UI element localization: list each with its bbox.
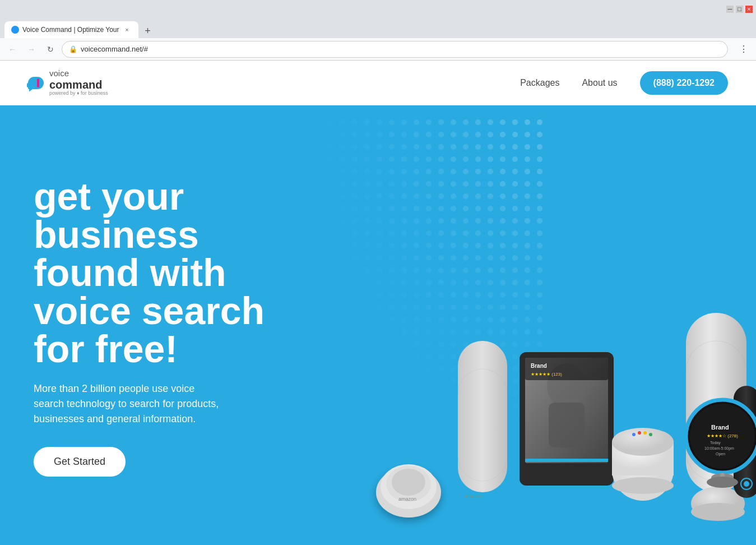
- logo-powered-text: powered by ♦ for business: [49, 91, 108, 96]
- svg-rect-15: [549, 403, 585, 447]
- maximize-btn[interactable]: □: [736, 6, 743, 13]
- svg-text:Today: Today: [710, 441, 721, 445]
- svg-text:★★★★☆ (278): ★★★★☆ (278): [707, 433, 738, 438]
- svg-text:amazon: amazon: [398, 496, 416, 502]
- forward-button[interactable]: →: [24, 41, 39, 57]
- devices-svg: amazon amazon: [353, 167, 756, 545]
- minimize-btn[interactable]: ─: [726, 6, 734, 13]
- svg-point-26: [643, 431, 647, 435]
- about-nav-link[interactable]: About us: [582, 78, 617, 88]
- svg-point-24: [632, 433, 636, 436]
- website-content: voice command powered by ♦ for business …: [0, 61, 756, 545]
- svg-point-23: [612, 477, 674, 494]
- svg-text:amazon: amazon: [465, 493, 483, 499]
- svg-point-6: [392, 469, 425, 496]
- logo-icon: [28, 77, 44, 89]
- hero-headline: get your business found with voice searc…: [34, 177, 303, 368]
- logo: voice command powered by ♦ for business: [28, 69, 108, 96]
- svg-text:★★★★★ (123): ★★★★★ (123): [531, 372, 562, 377]
- wave-bar-3: [34, 82, 36, 87]
- phone-button[interactable]: (888) 220-1292: [640, 71, 728, 95]
- title-bar: ─ □ ×: [0, 0, 756, 18]
- svg-text:Brand: Brand: [531, 363, 547, 369]
- wave-bar-2: [30, 80, 33, 87]
- logo-command-text: command: [49, 78, 108, 91]
- svg-text:10:00am-5:00pm: 10:00am-5:00pm: [704, 446, 734, 451]
- svg-rect-17: [525, 358, 608, 380]
- address-bar: ← → ↻ 🔒 voicecommand.net/# ⋮: [0, 38, 756, 61]
- wave-bar-5: [40, 82, 43, 87]
- wave-bar-1: [27, 83, 29, 87]
- extensions-icon[interactable]: ⋮: [736, 41, 752, 57]
- svg-point-25: [638, 431, 641, 435]
- svg-rect-16: [525, 459, 608, 462]
- refresh-button[interactable]: ↻: [43, 41, 58, 57]
- svg-point-32: [691, 503, 745, 521]
- svg-text:Brand: Brand: [711, 424, 729, 431]
- tab-title: Voice Command | Optimize Your: [22, 26, 119, 34]
- svg-point-27: [649, 433, 652, 436]
- back-button[interactable]: ←: [4, 41, 20, 57]
- site-nav: Packages About us (888) 220-1292: [520, 71, 728, 95]
- tab-bar: Voice Command | Optimize Your × +: [0, 18, 756, 38]
- hero-section: get your business found with voice searc…: [0, 105, 756, 545]
- svg-point-22: [612, 428, 674, 456]
- tab-favicon: [11, 26, 19, 34]
- site-header: voice command powered by ♦ for business …: [0, 61, 756, 105]
- wave-bar-4: [37, 78, 39, 87]
- svg-rect-8: [458, 341, 507, 492]
- logo-wave-icon: [27, 78, 43, 87]
- close-btn[interactable]: ×: [745, 6, 753, 13]
- packages-nav-link[interactable]: Packages: [520, 78, 559, 88]
- hero-devices: amazon amazon: [353, 167, 756, 545]
- url-text: voicecommand.net/#: [81, 45, 148, 53]
- svg-point-35: [744, 481, 749, 487]
- logo-voice-text: voice: [49, 69, 108, 78]
- hero-content: get your business found with voice searc…: [34, 177, 303, 477]
- logo-chat-bubble-icon: [28, 77, 44, 89]
- new-tab-button[interactable]: +: [141, 24, 155, 38]
- active-tab[interactable]: Voice Command | Optimize Your ×: [4, 21, 138, 38]
- svg-text:Open: Open: [716, 452, 725, 456]
- hero-subtext: More than 2 billion people use voice sea…: [34, 381, 224, 427]
- lock-icon: 🔒: [69, 45, 77, 53]
- get-started-button[interactable]: Get Started: [34, 447, 126, 477]
- logo-text: voice command powered by ♦ for business: [49, 69, 108, 96]
- svg-point-46: [707, 477, 738, 488]
- url-bar[interactable]: 🔒 voicecommand.net/#: [62, 41, 728, 58]
- tab-close-icon[interactable]: ×: [123, 25, 132, 34]
- browser-controls: ⋮: [736, 41, 752, 57]
- browser-window: ─ □ × Voice Command | Optimize Your × + …: [0, 0, 756, 61]
- title-bar-controls: ─ □ ×: [726, 6, 753, 13]
